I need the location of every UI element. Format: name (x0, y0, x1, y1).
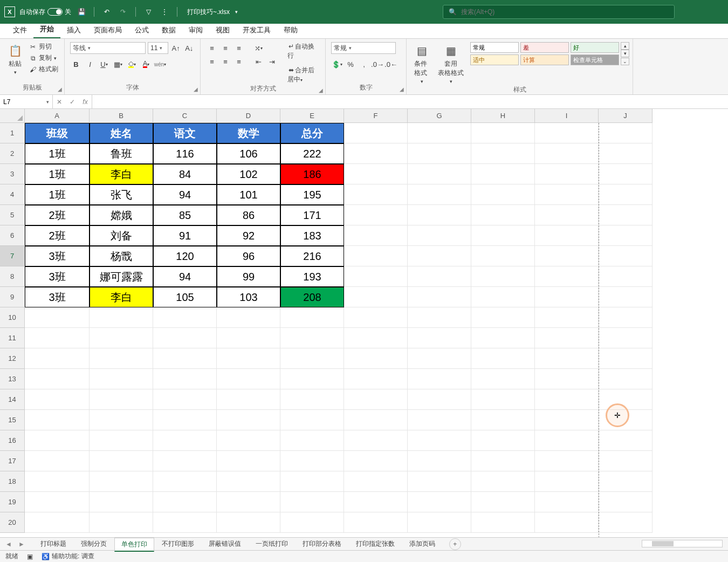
cell[interactable] (25, 348, 90, 369)
sheet-tab[interactable]: 打印指定张数 (349, 537, 402, 551)
sheet-nav-prev-icon[interactable]: ◄ (5, 540, 12, 548)
row-header[interactable]: 5 (0, 205, 25, 225)
cell[interactable] (280, 451, 344, 471)
select-all-corner[interactable] (0, 109, 25, 123)
style-item-0[interactable]: 常规 (470, 42, 519, 53)
cell[interactable] (599, 410, 653, 430)
cell[interactable] (535, 246, 599, 266)
ribbon-tab-9[interactable]: 帮助 (277, 23, 304, 38)
cell[interactable] (90, 389, 153, 410)
border-button[interactable]: ▦▾ (112, 58, 124, 70)
style-item-1[interactable]: 差 (520, 42, 569, 53)
cell[interactable] (471, 430, 535, 451)
cell[interactable] (344, 246, 408, 266)
increase-indent-icon[interactable]: ⇥ (266, 56, 278, 67)
cell[interactable] (599, 266, 653, 287)
cell[interactable]: 1班 (25, 164, 90, 184)
cell[interactable] (535, 287, 599, 307)
increase-decimal-icon[interactable]: .0→ (372, 58, 383, 70)
cell[interactable] (280, 512, 344, 533)
cell[interactable]: 2班 (25, 205, 90, 225)
cell[interactable] (25, 410, 90, 430)
cell[interactable] (535, 451, 599, 471)
fill-color-button[interactable]: ◇▾ (126, 58, 138, 70)
cell[interactable]: 183 (280, 225, 344, 246)
style-item-2[interactable]: 好 (571, 42, 619, 53)
cell[interactable]: 张飞 (90, 184, 153, 205)
cell[interactable] (599, 225, 653, 246)
sheet-tab[interactable]: 强制分页 (74, 537, 114, 551)
paste-button[interactable]: 📋 粘贴 ▾ (5, 42, 25, 76)
decrease-indent-icon[interactable]: ⇤ (252, 56, 264, 67)
font-color-button[interactable]: A▾ (140, 58, 152, 70)
gallery-more-icon[interactable]: ⌄ (621, 58, 629, 65)
ribbon-tab-5[interactable]: 数据 (155, 23, 182, 38)
cell[interactable] (471, 123, 535, 143)
cell[interactable]: 1班 (25, 143, 90, 164)
cell[interactable] (535, 410, 599, 430)
dialog-launcher-icon[interactable]: ◢ (194, 86, 198, 92)
row-header[interactable]: 4 (0, 184, 25, 205)
ribbon-tab-2[interactable]: 插入 (60, 23, 87, 38)
row-header[interactable]: 16 (0, 430, 25, 451)
cell[interactable] (90, 348, 153, 369)
cell[interactable] (153, 430, 217, 451)
cell[interactable] (153, 389, 217, 410)
cell[interactable] (471, 266, 535, 287)
cell[interactable]: 娜可露露 (90, 266, 153, 287)
cell[interactable] (599, 164, 653, 184)
column-header[interactable]: H (471, 109, 535, 123)
cell[interactable] (599, 184, 653, 205)
cell[interactable] (408, 369, 471, 389)
cell[interactable] (344, 307, 408, 328)
align-left-icon[interactable]: ≡ (206, 56, 218, 67)
cell[interactable] (408, 123, 471, 143)
cell[interactable] (471, 143, 535, 164)
cell[interactable] (90, 471, 153, 492)
cell[interactable] (217, 430, 280, 451)
cell[interactable] (408, 307, 471, 328)
cell[interactable] (217, 410, 280, 430)
cell[interactable] (599, 246, 653, 266)
wrap-text-button[interactable]: ↵自动换行 (287, 42, 320, 60)
cell[interactable] (90, 512, 153, 533)
cell[interactable]: 85 (153, 205, 217, 225)
autosave-toggle[interactable]: 自动保存 关 (19, 8, 71, 17)
sheet-tab[interactable]: 一页纸打印 (249, 537, 295, 551)
cell[interactable]: 94 (153, 266, 217, 287)
phonetic-button[interactable]: wén▾ (154, 58, 166, 70)
cell[interactable] (217, 471, 280, 492)
cell[interactable] (25, 471, 90, 492)
style-item-3[interactable]: 适中 (470, 54, 519, 65)
percent-icon[interactable]: % (345, 58, 356, 70)
cell[interactable]: 1班 (25, 184, 90, 205)
cell[interactable] (408, 348, 471, 369)
cell[interactable] (280, 328, 344, 348)
cell[interactable] (599, 492, 653, 512)
table-header-cell[interactable]: 班级 (25, 123, 90, 143)
comma-icon[interactable]: , (358, 58, 370, 70)
search-box[interactable]: 🔍 (443, 5, 675, 19)
cell[interactable] (344, 287, 408, 307)
cell[interactable] (408, 328, 471, 348)
accept-formula-icon[interactable]: ✓ (66, 98, 79, 106)
undo-icon[interactable]: ↶ (101, 6, 113, 18)
underline-button[interactable]: U▾ (98, 58, 110, 70)
cell[interactable] (280, 348, 344, 369)
cell[interactable] (408, 246, 471, 266)
cell[interactable] (344, 389, 408, 410)
cell[interactable] (280, 471, 344, 492)
cell[interactable] (344, 369, 408, 389)
cell[interactable]: 94 (153, 184, 217, 205)
cell[interactable]: 120 (153, 246, 217, 266)
cell[interactable]: 105 (153, 287, 217, 307)
cell[interactable]: 222 (280, 143, 344, 164)
cell[interactable] (153, 369, 217, 389)
style-item-4[interactable]: 计算 (520, 54, 569, 65)
cell[interactable] (153, 451, 217, 471)
cell[interactable]: 91 (153, 225, 217, 246)
cell[interactable] (599, 287, 653, 307)
cell[interactable] (471, 225, 535, 246)
column-header[interactable]: A (25, 109, 90, 123)
cell[interactable] (344, 410, 408, 430)
